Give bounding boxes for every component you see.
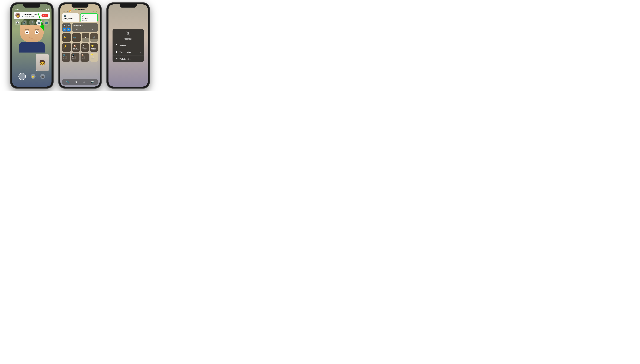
scene-tv-sub: TV Ba... (63, 58, 69, 59)
kitchen-title: Kitchen (83, 47, 87, 49)
hotspot-button[interactable]: 📡 (67, 24, 71, 27)
notch (24, 4, 40, 8)
video-effects-icon: 📹 (64, 14, 78, 17)
mic-mode-tile[interactable]: 🎤 Mic Mode Standard (80, 13, 98, 22)
video-effects-sub: Portrait (64, 19, 78, 21)
end-call-button[interactable]: End (42, 14, 48, 17)
kitchen-therm-tile[interactable]: 🌡 Kitchen Therm... (81, 43, 89, 52)
speaker-button[interactable]: 🔊 (22, 20, 28, 26)
screen-mirror-tile[interactable]: 📺 (72, 33, 81, 42)
cc-row-scenes: 📺 Living... TV Ba... 📱 Living... Apple..… (62, 53, 98, 62)
person-wave-icon (115, 50, 118, 53)
mic-voice-isolation-item[interactable]: Voice Isolation ✓ (113, 49, 144, 56)
cc-dock: 🔦 ♻ ⊞ 📷 (62, 79, 98, 85)
call-controls: 💬 🔊 🎤 📹 📺 (14, 20, 50, 26)
brightness-icon: ☀ (85, 36, 87, 38)
bottom-controls: ⭐ 📷 (12, 73, 52, 80)
mic-standard-item[interactable]: Standard (113, 42, 144, 49)
mic-menu-icon (126, 31, 131, 37)
shutter-button[interactable] (19, 73, 26, 80)
volume-icon: 🔊 (93, 36, 95, 38)
prev-button[interactable]: ⏮ (76, 28, 78, 31)
camera-flip-button[interactable]: 📷 (40, 74, 45, 79)
scene-tv-icon: 📺 (63, 54, 69, 56)
camera-dock-button[interactable]: 📷 (91, 80, 94, 83)
scene-study-title: Study (91, 56, 97, 58)
phone-3: FaceTime Standard (107, 2, 150, 88)
cc-row-media-modes: 📹 Video Effects Portrait 🎤 Mic Mode Stan… (62, 13, 98, 22)
clock: 12:05 (15, 8, 19, 10)
mic-mode-title: Mic Mode (82, 18, 96, 20)
music-controls: ⏮ ⏸ ⏭ (73, 28, 97, 31)
scene-study-sub: Light S... (91, 58, 97, 59)
video-effects-tile[interactable]: 📹 Video Effects Portrait (62, 13, 79, 22)
svg-point-11 (116, 51, 117, 52)
caller-subtitle: 📹 FaceTime Video > (22, 16, 40, 17)
focus-tile[interactable]: 🌙 Focus (62, 43, 71, 52)
scene-apple-sub: Apple... (73, 58, 79, 59)
signal-dots: ··· (63, 11, 64, 12)
lock-rotation-icon: 🔒 (64, 36, 66, 38)
message-button[interactable]: 💬 (15, 20, 20, 26)
lock-rotation-tile[interactable]: 🔒 (62, 33, 71, 42)
mic-mode-menu: FaceTime Standard (113, 28, 144, 62)
status-icons: ▲ ▊ (46, 8, 49, 10)
cc-row-connectivity: ✈ 📡 📶 ⚡ OIL CITY // EP... El Choop ⏮ ⏸ (62, 23, 98, 32)
wide-spectrum-label: Wide Spectrum (120, 58, 141, 60)
calculator-button[interactable]: ⊞ (83, 80, 85, 83)
status-bar: 12:05 ▲ ▊ (12, 8, 52, 11)
microphone-slash-icon (126, 31, 131, 36)
home-title: Home (73, 48, 77, 49)
music-artist: El Choop (73, 26, 97, 28)
wifi-status: 📶 (69, 10, 71, 12)
wifi-toggle[interactable]: 📶 (63, 28, 66, 32)
home-favourites-tile[interactable]: 🏠 Home Favourites (72, 43, 80, 52)
phone-1: 12:05 ▲ ▊ 🧑 Tim Hardwick or My Numb... 📹… (11, 2, 53, 88)
connectivity-tile[interactable]: ✈ 📡 📶 ⚡ (62, 23, 71, 32)
scene-home-tile[interactable]: 🏠 Living... Home... (81, 53, 89, 62)
scene-study-tile[interactable]: 💡 Study Light S... (90, 53, 98, 62)
effects-button[interactable]: ⭐ (31, 74, 36, 79)
scene-apple-tile[interactable]: 📱 Living... Apple... (72, 53, 80, 62)
facetime-call-screen: 12:05 ▲ ▊ 🧑 Tim Hardwick or My Numb... 📹… (12, 4, 52, 86)
camera-button[interactable]: 📹 (36, 20, 42, 26)
living-title: Living... (91, 48, 96, 49)
pause-button[interactable]: ⏸ (84, 28, 86, 31)
phone-2: FaceTime ··· No SIM 📶 99% 🔋 📹 Video E (59, 2, 102, 88)
screen-mirror-icon: 📺 (73, 36, 76, 38)
scene-apple-icon: 📱 (73, 54, 79, 56)
bluetooth-toggle[interactable]: ⚡ (67, 28, 71, 32)
brightness-slider[interactable]: ☀ (82, 33, 89, 42)
wifi-icon: ▲ (46, 8, 47, 10)
screen-share-button[interactable]: 📺 (44, 20, 49, 26)
mic-menu-header: FaceTime (113, 28, 144, 42)
caller-name: Tim Hardwick or My Numb... (22, 14, 40, 16)
facetime-dot (75, 8, 77, 10)
voice-isolation-icon (115, 50, 118, 54)
notch-3 (120, 4, 137, 8)
moon-icon: 🌙 (64, 45, 66, 48)
no-sim-label: No SIM (64, 10, 69, 12)
mic-mode-sub: Standard (82, 20, 96, 21)
timer-button[interactable]: ♻ (75, 80, 77, 83)
battery-status: 99% 🔋 (92, 10, 97, 12)
caller-info: Tim Hardwick or My Numb... 📹 FaceTime Vi… (22, 14, 40, 17)
music-tile[interactable]: OIL CITY // EP... El Choop ⏮ ⏸ ⏭ (72, 23, 98, 32)
pip-window: 🧒 (36, 54, 49, 71)
scene-tv-tile[interactable]: 📺 Living... TV Ba... (62, 53, 70, 62)
living-icon: ⭐ (91, 44, 94, 47)
cc-row-utility: 🔒 📺 ☀ 🔊 (62, 33, 98, 42)
mic-wide-spectrum-item[interactable]: Wide Spectrum (113, 56, 144, 62)
notch-2 (72, 4, 89, 8)
standard-label: Standard (120, 44, 141, 46)
mic-button[interactable]: 🎤 (29, 20, 35, 26)
control-center-screen: FaceTime ··· No SIM 📶 99% 🔋 📹 Video E (60, 4, 100, 86)
flashlight-button[interactable]: 🔦 (66, 80, 69, 83)
airplane-mode-button[interactable]: ✈ (63, 24, 66, 27)
next-button[interactable]: ⏭ (92, 28, 94, 31)
living-awesome-tile[interactable]: ⭐ Living... Awesom... (90, 43, 98, 52)
scene-home-title: Living... (82, 56, 88, 58)
volume-slider[interactable]: 🔊 (90, 33, 98, 42)
mic-mode-screen: FaceTime Standard (109, 4, 148, 86)
voice-isolation-label: Voice Isolation (120, 51, 138, 53)
